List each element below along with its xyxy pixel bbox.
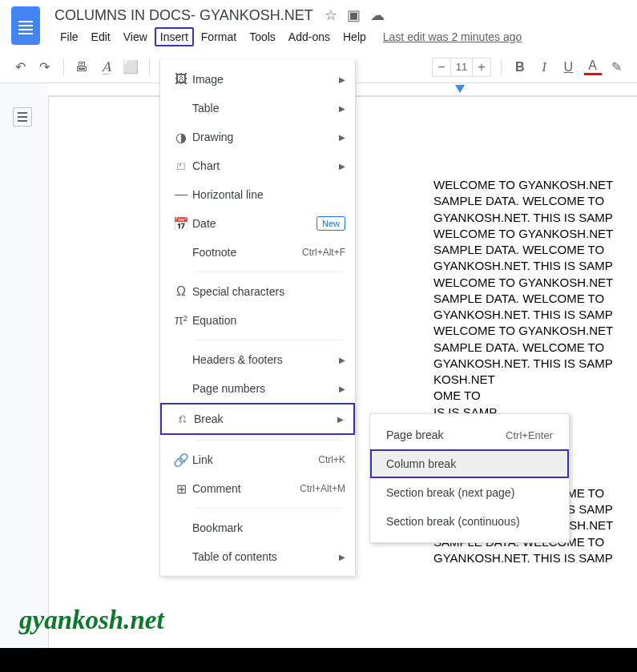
menu-tools[interactable]: Tools — [244, 27, 281, 46]
pi-icon: π² — [170, 313, 192, 328]
menu-format[interactable]: Format — [196, 27, 242, 46]
insert-drawing[interactable]: ◑Drawing▶ — [160, 123, 355, 151]
docs-logo[interactable] — [11, 6, 40, 45]
link-icon: 🔗 — [170, 453, 192, 468]
underline-button[interactable]: U — [559, 56, 577, 78]
separator — [149, 58, 150, 76]
separator — [196, 508, 342, 509]
chevron-right-icon: ▶ — [339, 356, 345, 364]
undo-button[interactable]: ↶ — [11, 56, 29, 78]
break-section-continuous[interactable]: Section break (continuous) — [370, 507, 569, 536]
break-page[interactable]: Page breakCtrl+Enter — [370, 421, 569, 449]
shortcut-text: Ctrl+Alt+M — [300, 483, 345, 494]
shortcut-text: Ctrl+K — [318, 454, 345, 465]
break-icon: ⎌ — [171, 412, 194, 426]
chevron-right-icon: ▶ — [339, 384, 345, 393]
drawing-icon: ◑ — [170, 130, 192, 145]
insert-footnote[interactable]: FootnoteCtrl+Alt+F — [160, 238, 355, 267]
redo-button[interactable]: ↷ — [35, 56, 53, 78]
insert-bookmark[interactable]: Bookmark — [160, 513, 355, 542]
menu-insert[interactable]: Insert — [155, 27, 194, 46]
shortcut-text: Ctrl+Alt+F — [302, 247, 345, 258]
line-icon: — — [170, 187, 192, 202]
comment-icon: ⊞ — [170, 481, 192, 497]
insert-toc[interactable]: Table of contents▶ — [160, 542, 355, 571]
chart-icon: ⏍ — [170, 159, 192, 173]
insert-dropdown: 🖼Image▶ Table▶ ◑Drawing▶ ⏍Chart▶ —Horizo… — [159, 60, 356, 577]
font-size-input[interactable]: 11 — [450, 58, 473, 76]
menu-view[interactable]: View — [118, 27, 153, 46]
menu-edit[interactable]: Edit — [86, 27, 116, 46]
image-icon: 🖼 — [170, 72, 192, 87]
move-icon[interactable]: ▣ — [347, 6, 361, 24]
chevron-right-icon: ▶ — [339, 553, 345, 561]
insert-chart[interactable]: ⏍Chart▶ — [160, 151, 355, 180]
document-title[interactable]: COLUMNS IN DOCS- GYANKOSH.NET — [54, 7, 313, 24]
insert-horizontal-line[interactable]: —Horizontal line — [160, 180, 355, 209]
separator — [196, 440, 342, 441]
font-size-increase[interactable]: + — [473, 60, 490, 74]
calendar-icon: 📅 — [170, 216, 192, 231]
insert-headers-footers[interactable]: Headers & footers▶ — [160, 345, 355, 374]
chevron-right-icon: ▶ — [339, 75, 345, 84]
paint-format-button[interactable]: ⬜ — [122, 56, 139, 78]
outline-toggle[interactable] — [13, 107, 32, 127]
cloud-icon[interactable]: ☁ — [370, 6, 385, 24]
insert-equation[interactable]: π²Equation — [160, 306, 355, 335]
new-badge: New — [316, 216, 345, 231]
italic-button[interactable]: I — [535, 56, 553, 78]
insert-break[interactable]: ⎌Break▶ — [160, 403, 355, 435]
menu-addons[interactable]: Add-ons — [283, 27, 336, 46]
text-color-button[interactable]: A — [584, 59, 602, 75]
separator — [196, 272, 342, 272]
chevron-right-icon: ▶ — [339, 133, 345, 142]
indent-marker-icon[interactable] — [455, 85, 465, 93]
separator — [196, 340, 342, 340]
chevron-right-icon: ▶ — [339, 104, 345, 113]
font-size-decrease[interactable]: − — [433, 60, 450, 74]
insert-comment[interactable]: ⊞CommentCtrl+Alt+M — [160, 474, 355, 503]
menu-help[interactable]: Help — [337, 27, 372, 46]
insert-table[interactable]: Table▶ — [160, 94, 355, 123]
menu-bar: File Edit View Insert Format Tools Add-o… — [54, 27, 522, 46]
break-section-next[interactable]: Section break (next page) — [370, 478, 569, 507]
omega-icon: Ω — [170, 284, 192, 299]
insert-date[interactable]: 📅DateNew — [160, 209, 355, 238]
separator — [501, 58, 502, 76]
chevron-right-icon: ▶ — [339, 162, 345, 171]
bottom-bar — [0, 648, 637, 672]
watermark-text: gyankosh.net — [19, 606, 164, 635]
separator — [63, 58, 64, 76]
star-icon[interactable]: ☆ — [325, 6, 337, 24]
shortcut-text: Ctrl+Enter — [506, 429, 553, 441]
last-edit-link[interactable]: Last edit was 2 minutes ago — [383, 30, 522, 43]
bold-button[interactable]: B — [511, 56, 529, 78]
insert-page-numbers[interactable]: Page numbers▶ — [160, 374, 355, 403]
print-button[interactable]: 🖶 — [73, 56, 91, 78]
insert-image[interactable]: 🖼Image▶ — [160, 65, 355, 94]
break-submenu: Page breakCtrl+Enter Column break Sectio… — [369, 413, 570, 543]
insert-link[interactable]: 🔗LinkCtrl+K — [160, 445, 355, 474]
break-column[interactable]: Column break — [370, 449, 569, 478]
highlight-button[interactable]: ✎ — [608, 56, 626, 78]
insert-special-chars[interactable]: ΩSpecial characters — [160, 277, 355, 306]
chevron-right-icon: ▶ — [337, 415, 344, 424]
menu-file[interactable]: File — [54, 27, 84, 46]
spellcheck-button[interactable]: A̲ — [98, 56, 115, 78]
